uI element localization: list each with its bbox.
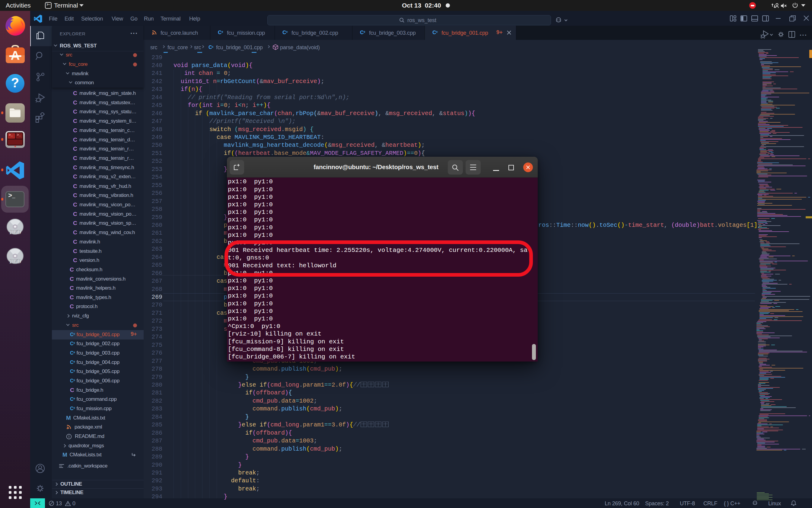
svg-text:DVD: DVD [9, 229, 21, 235]
svg-text:DVD: DVD [9, 258, 21, 264]
